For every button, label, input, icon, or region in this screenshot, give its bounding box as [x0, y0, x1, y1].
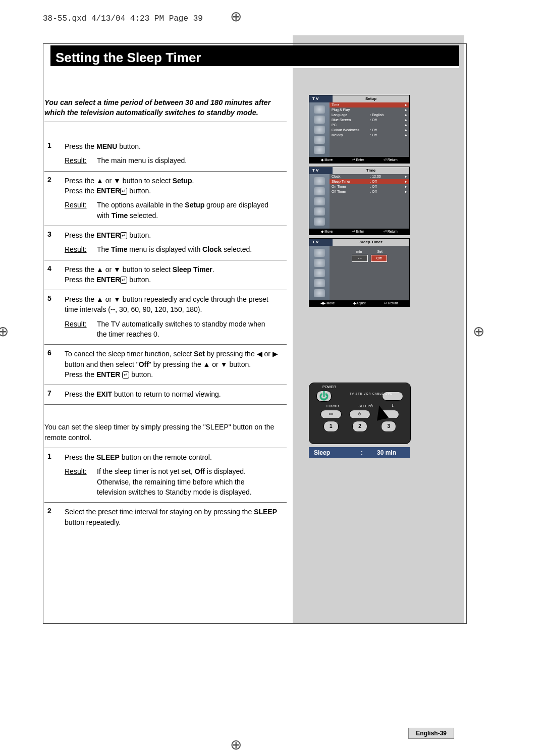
osd-time-footer: ◆ Move ↵ Enter ⏎ Return	[309, 229, 409, 235]
step-number: 1	[44, 452, 65, 460]
step-row: 7Press the EXIT button to return to norm…	[44, 385, 287, 405]
result-label: Result:	[65, 244, 97, 254]
page-title-bar: Setting the Sleep Timer	[50, 45, 459, 68]
sleep-status-bar: Sleep : 30 min	[309, 447, 410, 458]
result-label: Result:	[65, 319, 97, 329]
osd-sleep-title: Sleep Timer	[333, 239, 409, 246]
remote-sleep-label: SLEEP⏱	[359, 404, 374, 408]
step-row: 2Press the ▲ or ▼ button to select Setup…	[44, 172, 287, 226]
osd-menu-item: Melody:Off▸	[330, 133, 409, 138]
step-body: Press the SLEEP button on the remote con…	[65, 452, 282, 497]
remote-num-1: 1	[323, 421, 339, 432]
step-body: Select the preset time interval for stay…	[65, 507, 282, 527]
osd-setup: T V Setup Time▸Plug & Play▸Language:Engl…	[309, 95, 410, 164]
steps-list-secondary: 1Press the SLEEP button on the remote co…	[44, 448, 287, 532]
crop-mark-left: ⊕	[0, 323, 9, 340]
osd-foot-adjust: ◆ Adjust	[353, 300, 366, 306]
step-row: 3Press the ENTER↵ button.Result:The Time…	[44, 226, 287, 260]
osd-time-title: Time	[333, 167, 409, 174]
remote-note: You can set the sleep timer by simply pr…	[44, 417, 287, 448]
sleep-status-label: Sleep	[309, 447, 360, 458]
osd-foot-move: ◀▶ Move	[320, 300, 335, 306]
osd-tv-label: T V	[309, 239, 333, 246]
osd-time: T V Time Clock:12:00▸Sleep Timer:Off▸On …	[309, 167, 410, 235]
result-text: The TV automatically switches to standby…	[97, 319, 274, 340]
result-label: Result:	[65, 155, 97, 166]
step-number: 4	[44, 264, 65, 273]
osd-setup-list: Time▸Plug & Play▸Language:English▸Blue S…	[330, 102, 409, 157]
osd-tv-label: T V	[309, 167, 333, 174]
osd-sleep-set-value: Off	[371, 255, 387, 262]
steps-list-primary: 1Press the MENU button.Result:The main m…	[44, 137, 287, 405]
remote-info-icon: ℹ	[392, 404, 394, 408]
remote-control-illustration: POWER TV STB VCR CABLE DVD ⏻ TTX/MIX SLE…	[309, 383, 411, 444]
osd-sleep-min-label: min	[356, 250, 362, 253]
osd-foot-return: ⏎ Return	[384, 300, 398, 306]
osd-foot-enter: ↵ Enter	[352, 157, 364, 163]
osd-foot-move: ◆ Move	[321, 229, 333, 235]
remote-num-3: 3	[381, 421, 396, 432]
osd-stack: T V Setup Time▸Plug & Play▸Language:Engl…	[309, 95, 410, 310]
step-body: Press the ▲ or ▼ button repeatedly and c…	[65, 294, 282, 339]
osd-sleep-timer: T V Sleep Timer min Set - - Off	[309, 238, 410, 307]
osd-menu-item: Clock:12:00▸	[330, 174, 409, 179]
remote-num-2: 2	[352, 421, 367, 432]
osd-menu-item: Blue Screen:Off▸	[330, 118, 409, 123]
step-body: Press the EXIT button to return to norma…	[65, 389, 282, 399]
step-number: 2	[44, 507, 65, 515]
prepress-slug: 38-55.qxd 4/13/04 4:23 PM Page 39	[43, 14, 203, 23]
osd-icon-column	[309, 102, 330, 157]
step-body: To cancel the sleep timer function, sele…	[65, 349, 282, 380]
remote-sleep-button: ⏱	[349, 410, 370, 419]
osd-sleep-min-value: - -	[352, 255, 368, 262]
step-body: Press the MENU button.Result:The main me…	[65, 141, 282, 166]
remote-source-labels: TV STB VCR CABLE DVD	[350, 392, 393, 395]
osd-menu-item: Language:English▸	[330, 113, 409, 118]
step-body: Press the ▲ or ▼ button to select Setup.…	[65, 176, 282, 221]
osd-sleep-footer: ◀▶ Move ◆ Adjust ⏎ Return	[309, 300, 409, 306]
step-row: 2Select the preset time interval for sta…	[44, 503, 287, 532]
step-number: 6	[44, 349, 65, 357]
result-text: The Time menu is displayed with Clock se…	[97, 244, 274, 254]
step-number: 7	[44, 389, 65, 397]
step-number: 2	[44, 176, 65, 184]
osd-menu-item: Off Timer:Off▸	[330, 189, 409, 194]
osd-menu-item: On Timer:Off▸	[330, 184, 409, 189]
step-number: 1	[44, 141, 65, 149]
osd-foot-return: ⏎ Return	[384, 229, 397, 235]
step-body: Press the ▲ or ▼ button to select Sleep …	[65, 264, 282, 285]
step-row: 1Press the MENU button.Result:The main m…	[44, 137, 287, 172]
osd-sleep-body: min Set - - Off	[330, 246, 409, 276]
step-number: 5	[44, 294, 65, 302]
power-icon: ⏻	[316, 391, 332, 402]
intro-text: You can select a time period of between …	[44, 98, 287, 122]
result-label: Result:	[65, 466, 97, 476]
page-number: English-39	[408, 728, 454, 739]
main-content: You can select a time period of between …	[44, 98, 287, 532]
step-row: 6To cancel the sleep timer function, sel…	[44, 345, 287, 385]
result-text: The main menu is displayed.	[97, 155, 274, 166]
sleep-status-value: 30 min	[363, 447, 410, 458]
osd-menu-item: PC▸	[330, 123, 409, 128]
remote-power-label: POWER	[322, 385, 410, 389]
osd-tv-label: T V	[309, 95, 333, 102]
step-body: Press the ENTER↵ button.Result:The Time …	[65, 230, 282, 255]
step-number: 3	[44, 230, 65, 238]
remote-ttx-button: ≡≡	[320, 410, 342, 419]
step-row: 5Press the ▲ or ▼ button repeatedly and …	[44, 290, 287, 345]
step-row: 1Press the SLEEP button on the remote co…	[44, 448, 287, 503]
remote-ttx-label: TTX/MIX	[326, 404, 340, 408]
osd-menu-item: Plug & Play▸	[330, 107, 409, 113]
osd-menu-item: Time▸	[330, 102, 409, 107]
osd-foot-enter: ↵ Enter	[352, 229, 364, 235]
result-text: If the sleep timer is not yet set, Off i…	[97, 466, 274, 497]
osd-icon-column	[309, 246, 330, 300]
osd-menu-item: Colour Weakness:Off▸	[330, 128, 409, 133]
crop-mark-bottom: ⊕	[230, 736, 242, 753]
osd-icon-column	[309, 174, 330, 229]
osd-time-list: Clock:12:00▸Sleep Timer:Off▸On Timer:Off…	[330, 174, 409, 229]
result-text: The options available in the Setup group…	[97, 200, 274, 221]
osd-menu-item: Sleep Timer:Off▸	[330, 179, 409, 184]
osd-sleep-set-label: Set	[377, 250, 383, 253]
osd-foot-return: ⏎ Return	[384, 157, 397, 163]
